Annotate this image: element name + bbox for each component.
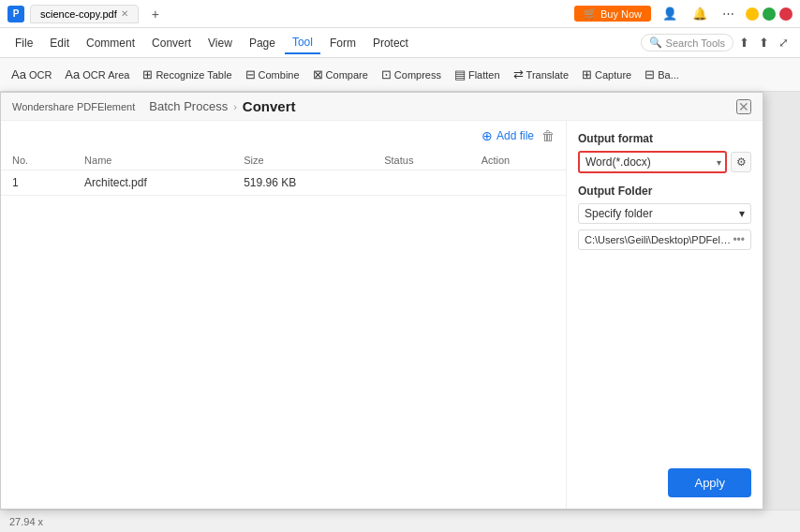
breadcrumb: Wondershare PDFElement Batch Process › C… <box>12 98 296 114</box>
breadcrumb-separator: › <box>233 101 237 112</box>
maximize-button[interactable] <box>763 7 776 21</box>
format-select-wrapper: Word(*.docx) Excel(*.xlsx) PowerPoint(*.… <box>578 151 751 173</box>
bell-icon[interactable]: 🔔 <box>689 5 711 22</box>
file-toolbar: ⊕ Add file 🗑 <box>1 121 566 151</box>
col-no: No. <box>1 151 73 170</box>
output-format-title: Output format <box>578 132 751 145</box>
toolbar-ocr[interactable]: Aa OCR <box>6 65 57 84</box>
toolbar-compress[interactable]: ⊡ Compress <box>376 65 447 84</box>
toolbar-recognize-table[interactable]: ⊞ Recognize Table <box>137 65 237 84</box>
folder-option-label: Specify folder <box>585 207 653 220</box>
file-table: No. Name Size Status Action 1 Architect.… <box>1 151 566 196</box>
format-settings-icon[interactable]: ⚙ <box>731 152 751 172</box>
col-status: Status <box>373 151 469 170</box>
zoom-level: 27.94 x <box>9 516 43 527</box>
right-settings-panel: Output format Word(*.docx) Excel(*.xlsx)… <box>566 121 763 509</box>
cell-status <box>373 170 469 196</box>
menu-comment[interactable]: Comment <box>79 33 142 53</box>
delete-file-button[interactable]: 🗑 <box>541 128 555 143</box>
output-folder-section: Output Folder Specify folder ▾ C:\Users\… <box>578 185 751 250</box>
format-select-container: Word(*.docx) Excel(*.xlsx) PowerPoint(*.… <box>578 151 727 173</box>
tab-label: science-copy.pdf <box>40 8 117 20</box>
breadcrumb-app-title: Wondershare PDFElement <box>12 101 135 112</box>
col-action: Action <box>470 151 566 170</box>
toolbar-batch[interactable]: ⊟ Ba... <box>639 65 685 84</box>
title-bar: P science-copy.pdf ✕ + 🛒 Buy Now 👤 🔔 ⋯ <box>0 0 800 28</box>
title-bar-left: P science-copy.pdf ✕ + <box>7 4 574 24</box>
capture-icon: ⊞ <box>582 67 592 81</box>
apply-button[interactable]: Apply <box>668 468 751 497</box>
modal-header: Wondershare PDFElement Batch Process › C… <box>1 93 763 121</box>
compare-icon: ⊠ <box>313 67 323 81</box>
output-folder-title: Output Folder <box>578 185 751 198</box>
ocr-icon: Aa <box>11 67 26 81</box>
toolbar-compare[interactable]: ⊠ Compare <box>307 65 374 84</box>
toolbar-capture[interactable]: ⊞ Capture <box>576 65 637 84</box>
buy-now-button[interactable]: 🛒 Buy Now <box>574 6 651 22</box>
ocr-area-icon: Aa <box>65 67 80 81</box>
batch-icon: ⊟ <box>644 67 655 81</box>
panel-body: ⊕ Add file 🗑 No. Name Size Status Action <box>1 121 763 509</box>
menu-tool[interactable]: Tool <box>285 32 320 54</box>
add-tab-button[interactable]: + <box>144 4 167 24</box>
cell-no: 1 <box>1 170 73 196</box>
tab-close-icon[interactable]: ✕ <box>121 8 128 19</box>
batch-convert-panel: Wondershare PDFElement Batch Process › C… <box>0 92 763 510</box>
search-tools-box[interactable]: 🔍 Search Tools <box>641 34 733 52</box>
menu-file[interactable]: File <box>7 33 40 53</box>
more-options-icon[interactable]: ⋯ <box>719 5 738 22</box>
title-bar-right: 🛒 Buy Now 👤 🔔 ⋯ <box>574 5 793 22</box>
main-area: Wondershare PDFElement Batch Process › C… <box>0 92 800 510</box>
translate-icon: ⇄ <box>513 67 524 81</box>
combine-icon: ⊟ <box>245 67 256 81</box>
menu-protect[interactable]: Protect <box>365 33 416 53</box>
nav-back-icon[interactable]: ⬆ <box>735 34 753 52</box>
folder-path-display: C:\Users\Geili\Desktop\PDFelement\Cc ••• <box>578 229 751 250</box>
file-list-area: ⊕ Add file 🗑 No. Name Size Status Action <box>1 121 566 509</box>
toolbar-ocr-area[interactable]: Aa OCR Area <box>59 65 135 84</box>
folder-dropdown-arrow-icon: ▾ <box>739 207 745 220</box>
document-tab[interactable]: science-copy.pdf ✕ <box>30 5 139 23</box>
menu-convert[interactable]: Convert <box>144 33 199 53</box>
add-file-button[interactable]: ⊕ Add file <box>481 128 534 143</box>
app-icon: P <box>7 6 24 22</box>
cart-icon: 🛒 <box>584 7 597 20</box>
browse-folder-button[interactable]: ••• <box>733 233 745 246</box>
breadcrumb-parent: Batch Process <box>149 99 228 113</box>
expand-icon[interactable]: ⤢ <box>775 34 793 52</box>
modal-close-button[interactable]: ✕ <box>736 99 751 114</box>
format-select[interactable]: Word(*.docx) Excel(*.xlsx) PowerPoint(*.… <box>578 151 727 173</box>
toolbar-flatten[interactable]: ▤ Flatten <box>449 65 506 84</box>
flatten-icon: ▤ <box>454 67 466 81</box>
menu-edit[interactable]: Edit <box>42 33 77 53</box>
toolbar-combine[interactable]: ⊟ Combine <box>240 65 305 84</box>
minimize-button[interactable] <box>746 7 759 21</box>
folder-path-text: C:\Users\Geili\Desktop\PDFelement\Cc <box>585 234 733 245</box>
add-file-icon: ⊕ <box>481 128 493 143</box>
close-button[interactable] <box>779 7 793 21</box>
menu-bar: File Edit Comment Convert View Page Tool… <box>0 28 800 58</box>
menu-form[interactable]: Form <box>322 33 363 53</box>
breadcrumb-current: Convert <box>243 98 296 114</box>
col-name: Name <box>73 151 232 170</box>
recognize-table-icon: ⊞ <box>142 67 153 81</box>
toolbar: Aa OCR Aa OCR Area ⊞ Recognize Table ⊟ C… <box>0 58 800 92</box>
menu-view[interactable]: View <box>200 33 240 53</box>
nav-forward-icon[interactable]: ⬆ <box>755 34 773 52</box>
cell-name: Architect.pdf <box>73 170 232 196</box>
table-row: 1 Architect.pdf 519.96 KB <box>1 170 566 196</box>
window-controls <box>746 7 793 21</box>
status-bar: 27.94 x <box>0 510 800 532</box>
cell-size: 519.96 KB <box>232 170 373 196</box>
user-icon[interactable]: 👤 <box>659 5 681 22</box>
search-icon: 🔍 <box>649 37 662 49</box>
cell-action <box>470 170 566 196</box>
compress-icon: ⊡ <box>381 67 392 81</box>
output-format-section: Output format Word(*.docx) Excel(*.xlsx)… <box>578 132 751 173</box>
toolbar-translate[interactable]: ⇄ Translate <box>508 65 574 84</box>
folder-dropdown[interactable]: Specify folder ▾ <box>578 203 751 224</box>
menu-page[interactable]: Page <box>242 33 283 53</box>
col-size: Size <box>232 151 373 170</box>
